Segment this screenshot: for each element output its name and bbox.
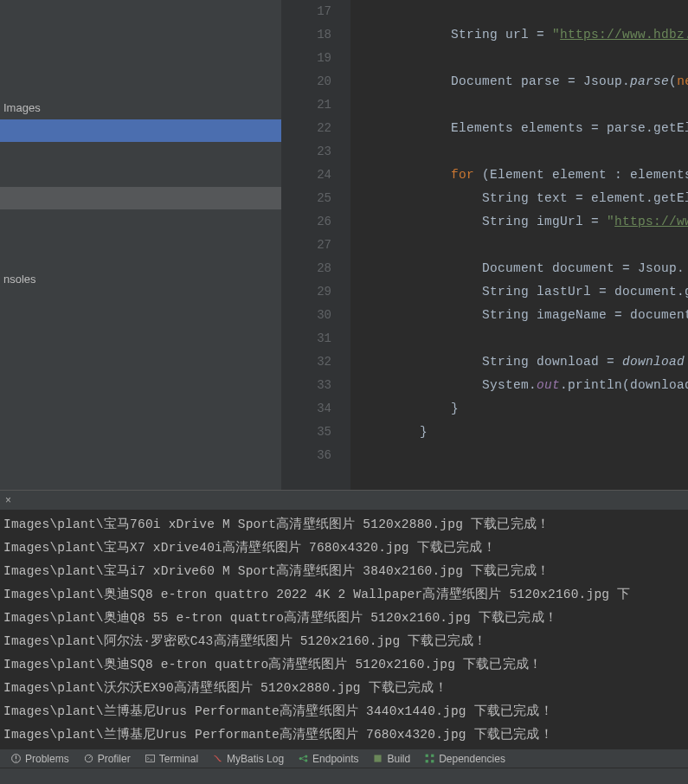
sidebar-item[interactable] — [0, 187, 281, 209]
code-line[interactable]: String text = element.getEl — [350, 187, 688, 210]
toolwindow-profiler[interactable]: Profiler — [76, 753, 138, 765]
code-line[interactable]: Document document = Jsoup. — [350, 257, 688, 280]
line-number: 33 — [281, 374, 331, 397]
sidebar-item[interactable]: Images — [0, 97, 281, 119]
line-number: 32 — [281, 350, 331, 374]
sidebar-item[interactable] — [0, 209, 281, 232]
line-number: 18 — [281, 23, 331, 47]
line-number: 23 — [281, 140, 331, 164]
code-line[interactable] — [350, 444, 688, 467]
console-line: Images\plant\阿尔法·罗密欧C43高清壁纸图片 5120x2160.… — [3, 630, 685, 653]
build-icon — [372, 753, 383, 764]
line-number: 35 — [281, 421, 331, 444]
problems-icon — [10, 753, 22, 764]
svg-rect-8 — [431, 755, 434, 757]
toolwindow-dependencies[interactable]: Dependencies — [417, 753, 512, 765]
console-line: Images\plant\兰博基尼Urus Performante高清壁纸图片 … — [3, 723, 685, 747]
svg-point-4 — [305, 755, 307, 757]
console-line: Images\plant\沃尔沃EX90高清壁纸图片 5120x2880.jpg… — [3, 677, 685, 700]
close-icon[interactable]: × — [0, 494, 16, 506]
code-editor[interactable]: 1718192021222324252627282930313233343536… — [281, 0, 688, 490]
line-number: 36 — [281, 444, 331, 467]
sidebar-item[interactable]: nsoles — [0, 268, 281, 291]
console-line: Images\plant\奥迪SQ8 e-tron quattro 2022 4… — [3, 583, 685, 607]
toolwindow-build[interactable]: Build — [365, 753, 417, 765]
line-number: 28 — [281, 257, 331, 280]
svg-point-5 — [305, 759, 307, 762]
code-line[interactable] — [350, 234, 688, 257]
code-line[interactable] — [350, 47, 688, 70]
toolwindow-endpoints[interactable]: Endpoints — [291, 753, 365, 765]
console-panel: × Images\plant\宝马760i xDrive M Sport高清壁纸… — [0, 490, 688, 784]
svg-rect-2 — [145, 755, 154, 762]
toolwindow-label: Problems — [25, 753, 69, 765]
dependencies-icon — [424, 753, 435, 764]
console-line: Images\plant\宝马X7 xDrive40i高清壁纸图片 7680x4… — [3, 537, 685, 560]
code-line[interactable]: String lastUrl = document.g — [350, 280, 688, 304]
tool-window-sidebar[interactable]: Imagesnsoles — [0, 0, 281, 490]
line-number: 29 — [281, 280, 331, 304]
code-line[interactable]: Document parse = Jsoup.parse(ne — [350, 70, 688, 93]
line-number: 30 — [281, 304, 331, 327]
code-line[interactable]: System.out.println(download — [350, 374, 688, 397]
line-number: 24 — [281, 164, 331, 187]
line-number: 34 — [281, 397, 331, 421]
code-line[interactable] — [350, 0, 688, 23]
code-line[interactable] — [350, 93, 688, 117]
toolwindow-terminal[interactable]: Terminal — [138, 753, 205, 765]
code-line[interactable] — [350, 140, 688, 164]
code-line[interactable]: for (Element element : elements — [350, 164, 688, 187]
line-number: 26 — [281, 210, 331, 234]
console-line: Images\plant\宝马760i xDrive M Sport高清壁纸图片… — [3, 513, 685, 537]
code-line[interactable]: } — [350, 421, 688, 444]
line-number: 31 — [281, 327, 331, 350]
console-line: Images\plant\奥迪SQ8 e-tron quattro高清壁纸图片 … — [3, 653, 685, 677]
bottom-tool-bar[interactable]: ProblemsProfilerTerminalMyBatis LogEndpo… — [0, 749, 688, 768]
code-line[interactable] — [350, 327, 688, 350]
code-line[interactable]: } — [350, 397, 688, 421]
terminal-icon — [145, 753, 156, 764]
editor-gutter: 1718192021222324252627282930313233343536 — [281, 0, 350, 490]
toolwindow-label: Profiler — [98, 753, 131, 765]
sidebar-item[interactable] — [0, 119, 281, 142]
sidebar-item[interactable] — [0, 142, 281, 164]
sidebar-item[interactable] — [0, 164, 281, 187]
toolwindow-label: Endpoints — [312, 753, 358, 765]
svg-rect-6 — [375, 755, 382, 762]
svg-rect-9 — [426, 760, 428, 762]
line-number: 27 — [281, 234, 331, 257]
line-number: 22 — [281, 117, 331, 140]
console-line: Images\plant\奥迪Q8 55 e-tron quattro高清壁纸图… — [3, 607, 685, 630]
line-number: 20 — [281, 70, 331, 93]
toolwindow-label: Build — [387, 753, 410, 765]
code-content[interactable]: String url = "https://www.hdbz. Document… — [350, 0, 688, 490]
console-line: Images\plant\宝马i7 xDrive60 M Sport高清壁纸图片… — [3, 560, 685, 583]
sidebar-item[interactable] — [0, 73, 281, 95]
endpoints-icon — [298, 753, 309, 764]
sidebar-item[interactable] — [0, 50, 281, 73]
toolwindow-label: Dependencies — [439, 753, 505, 765]
toolwindow-problems[interactable]: Problems — [3, 753, 76, 765]
mybatis-icon — [212, 753, 223, 764]
code-line[interactable]: String download = download — [350, 350, 688, 374]
line-number: 25 — [281, 187, 331, 210]
line-number: 17 — [281, 0, 331, 23]
code-line[interactable]: String imgUrl = "https://ww — [350, 210, 688, 234]
console-output[interactable]: Images\plant\宝马760i xDrive M Sport高清壁纸图片… — [0, 510, 688, 749]
code-line[interactable]: String imageName = document — [350, 304, 688, 327]
status-bar — [0, 768, 688, 784]
code-line[interactable]: String url = "https://www.hdbz. — [350, 23, 688, 47]
code-line[interactable]: Elements elements = parse.getEl — [350, 117, 688, 140]
profiler-icon — [83, 753, 94, 764]
toolwindow-mybatis[interactable]: MyBatis Log — [205, 753, 291, 765]
toolwindow-label: MyBatis Log — [227, 753, 284, 765]
svg-rect-7 — [426, 755, 428, 757]
line-number: 21 — [281, 93, 331, 117]
console-line: Images\plant\兰博基尼Urus Performante高清壁纸图片 … — [3, 700, 685, 723]
toolwindow-label: Terminal — [159, 753, 198, 765]
svg-rect-10 — [431, 760, 434, 762]
sidebar-item[interactable] — [0, 232, 281, 254]
console-tab-bar[interactable]: × — [0, 491, 688, 510]
line-number: 19 — [281, 47, 331, 70]
